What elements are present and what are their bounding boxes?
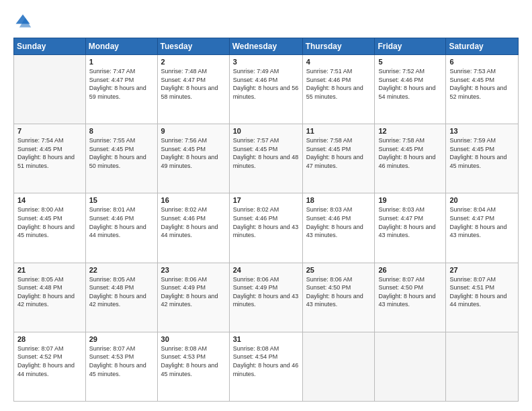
- day-info: Sunrise: 7:54 AMSunset: 4:45 PMDaylight:…: [17, 136, 82, 170]
- day-info: Sunrise: 7:52 AMSunset: 4:46 PMDaylight:…: [378, 67, 442, 101]
- day-info: Sunrise: 8:07 AMSunset: 4:51 PMDaylight:…: [449, 275, 515, 309]
- calendar-cell: 17Sunrise: 8:02 AMSunset: 4:46 PMDayligh…: [229, 193, 302, 263]
- calendar-cell: [14, 55, 86, 124]
- calendar-cell: 9Sunrise: 7:56 AMSunset: 4:45 PMDaylight…: [157, 124, 229, 193]
- day-info: Sunrise: 8:01 AMSunset: 4:46 PMDaylight:…: [89, 205, 154, 239]
- day-info: Sunrise: 8:03 AMSunset: 4:46 PMDaylight:…: [306, 205, 371, 239]
- day-number: 11: [306, 127, 371, 135]
- calendar-cell: 4Sunrise: 7:51 AMSunset: 4:46 PMDaylight…: [302, 55, 375, 124]
- calendar-cell: [375, 332, 446, 401]
- weekday-header-saturday: Saturday: [446, 38, 519, 55]
- calendar-cell: 27Sunrise: 8:07 AMSunset: 4:51 PMDayligh…: [446, 263, 519, 332]
- day-number: 14: [17, 196, 82, 204]
- calendar-cell: 10Sunrise: 7:57 AMSunset: 4:45 PMDayligh…: [229, 124, 302, 193]
- weekday-header-friday: Friday: [375, 38, 446, 55]
- day-number: 27: [449, 266, 515, 274]
- weekday-header-sunday: Sunday: [14, 38, 86, 55]
- calendar-week-3: 14Sunrise: 8:00 AMSunset: 4:45 PMDayligh…: [14, 193, 519, 263]
- calendar-cell: 26Sunrise: 8:07 AMSunset: 4:50 PMDayligh…: [375, 263, 446, 332]
- calendar-cell: 22Sunrise: 8:05 AMSunset: 4:48 PMDayligh…: [85, 263, 157, 332]
- calendar-week-1: 1Sunrise: 7:47 AMSunset: 4:47 PMDaylight…: [14, 55, 519, 124]
- day-info: Sunrise: 7:55 AMSunset: 4:45 PMDaylight:…: [89, 136, 154, 170]
- day-info: Sunrise: 7:48 AMSunset: 4:47 PMDaylight:…: [161, 67, 226, 101]
- day-number: 19: [378, 196, 442, 204]
- calendar-cell: 12Sunrise: 7:58 AMSunset: 4:45 PMDayligh…: [375, 124, 446, 193]
- day-number: 22: [89, 266, 154, 274]
- day-number: 7: [17, 127, 82, 135]
- calendar-week-2: 7Sunrise: 7:54 AMSunset: 4:45 PMDaylight…: [14, 124, 519, 193]
- weekday-header-thursday: Thursday: [302, 38, 375, 55]
- calendar-cell: 25Sunrise: 8:06 AMSunset: 4:50 PMDayligh…: [302, 263, 375, 332]
- calendar-cell: [446, 332, 519, 401]
- weekday-header-tuesday: Tuesday: [157, 38, 229, 55]
- day-number: 15: [89, 196, 154, 204]
- logo: [13, 12, 35, 31]
- calendar-cell: 31Sunrise: 8:08 AMSunset: 4:54 PMDayligh…: [229, 332, 302, 401]
- day-number: 29: [89, 335, 154, 343]
- day-number: 24: [233, 266, 299, 274]
- day-number: 1: [89, 58, 154, 66]
- calendar-week-4: 21Sunrise: 8:05 AMSunset: 4:48 PMDayligh…: [14, 263, 519, 332]
- day-number: 20: [449, 196, 515, 204]
- calendar-cell: 15Sunrise: 8:01 AMSunset: 4:46 PMDayligh…: [85, 193, 157, 263]
- day-number: 13: [449, 127, 515, 135]
- day-number: 16: [161, 196, 226, 204]
- day-info: Sunrise: 7:53 AMSunset: 4:45 PMDaylight:…: [449, 67, 515, 101]
- day-info: Sunrise: 8:06 AMSunset: 4:49 PMDaylight:…: [161, 275, 226, 309]
- day-info: Sunrise: 8:04 AMSunset: 4:47 PMDaylight:…: [449, 205, 515, 239]
- calendar-cell: 29Sunrise: 8:07 AMSunset: 4:53 PMDayligh…: [85, 332, 157, 401]
- day-number: 12: [378, 127, 442, 135]
- day-info: Sunrise: 8:07 AMSunset: 4:52 PMDaylight:…: [17, 345, 82, 378]
- calendar-cell: 3Sunrise: 7:49 AMSunset: 4:46 PMDaylight…: [229, 55, 302, 124]
- calendar-cell: 1Sunrise: 7:47 AMSunset: 4:47 PMDaylight…: [85, 55, 157, 124]
- day-info: Sunrise: 8:06 AMSunset: 4:49 PMDaylight:…: [233, 275, 299, 309]
- calendar-cell: 19Sunrise: 8:03 AMSunset: 4:47 PMDayligh…: [375, 193, 446, 263]
- day-number: 17: [233, 196, 299, 204]
- day-number: 28: [17, 335, 82, 343]
- day-number: 26: [378, 266, 442, 274]
- calendar: SundayMondayTuesdayWednesdayThursdayFrid…: [13, 38, 519, 402]
- day-number: 4: [306, 58, 371, 66]
- calendar-cell: 14Sunrise: 8:00 AMSunset: 4:45 PMDayligh…: [14, 193, 86, 263]
- calendar-cell: 24Sunrise: 8:06 AMSunset: 4:49 PMDayligh…: [229, 263, 302, 332]
- calendar-cell: 8Sunrise: 7:55 AMSunset: 4:45 PMDaylight…: [85, 124, 157, 193]
- day-number: 21: [17, 266, 82, 274]
- day-number: 6: [449, 58, 515, 66]
- day-info: Sunrise: 7:49 AMSunset: 4:46 PMDaylight:…: [233, 67, 299, 101]
- weekday-header-row: SundayMondayTuesdayWednesdayThursdayFrid…: [14, 38, 519, 55]
- calendar-cell: 7Sunrise: 7:54 AMSunset: 4:45 PMDaylight…: [14, 124, 86, 193]
- day-info: Sunrise: 8:02 AMSunset: 4:46 PMDaylight:…: [161, 205, 226, 239]
- calendar-cell: 23Sunrise: 8:06 AMSunset: 4:49 PMDayligh…: [157, 263, 229, 332]
- calendar-cell: 11Sunrise: 7:58 AMSunset: 4:45 PMDayligh…: [302, 124, 375, 193]
- calendar-cell: 28Sunrise: 8:07 AMSunset: 4:52 PMDayligh…: [14, 332, 86, 401]
- calendar-cell: 6Sunrise: 7:53 AMSunset: 4:45 PMDaylight…: [446, 55, 519, 124]
- day-info: Sunrise: 8:03 AMSunset: 4:47 PMDaylight:…: [378, 205, 442, 239]
- day-info: Sunrise: 7:58 AMSunset: 4:45 PMDaylight:…: [306, 136, 371, 170]
- calendar-week-5: 28Sunrise: 8:07 AMSunset: 4:52 PMDayligh…: [14, 332, 519, 401]
- day-info: Sunrise: 8:05 AMSunset: 4:48 PMDaylight:…: [89, 275, 154, 309]
- day-number: 23: [161, 266, 226, 274]
- day-info: Sunrise: 8:02 AMSunset: 4:46 PMDaylight:…: [233, 205, 299, 239]
- day-info: Sunrise: 8:07 AMSunset: 4:53 PMDaylight:…: [89, 345, 154, 378]
- calendar-cell: 2Sunrise: 7:48 AMSunset: 4:47 PMDaylight…: [157, 55, 229, 124]
- day-number: 30: [161, 335, 226, 343]
- day-info: Sunrise: 8:07 AMSunset: 4:50 PMDaylight:…: [378, 275, 442, 309]
- day-info: Sunrise: 8:08 AMSunset: 4:54 PMDaylight:…: [233, 345, 299, 378]
- day-number: 25: [306, 266, 371, 274]
- day-number: 10: [233, 127, 299, 135]
- calendar-cell: 16Sunrise: 8:02 AMSunset: 4:46 PMDayligh…: [157, 193, 229, 263]
- day-info: Sunrise: 7:59 AMSunset: 4:45 PMDaylight:…: [449, 136, 515, 170]
- day-number: 9: [161, 127, 226, 135]
- day-info: Sunrise: 7:58 AMSunset: 4:45 PMDaylight:…: [378, 136, 442, 170]
- calendar-cell: 5Sunrise: 7:52 AMSunset: 4:46 PMDaylight…: [375, 55, 446, 124]
- weekday-header-wednesday: Wednesday: [229, 38, 302, 55]
- day-number: 31: [233, 335, 299, 343]
- day-number: 8: [89, 127, 154, 135]
- calendar-cell: 18Sunrise: 8:03 AMSunset: 4:46 PMDayligh…: [302, 193, 375, 263]
- day-info: Sunrise: 7:56 AMSunset: 4:45 PMDaylight:…: [161, 136, 226, 170]
- weekday-header-monday: Monday: [85, 38, 157, 55]
- day-info: Sunrise: 8:08 AMSunset: 4:53 PMDaylight:…: [161, 345, 226, 378]
- day-number: 5: [378, 58, 442, 66]
- calendar-cell: 21Sunrise: 8:05 AMSunset: 4:48 PMDayligh…: [14, 263, 86, 332]
- day-number: 18: [306, 196, 371, 204]
